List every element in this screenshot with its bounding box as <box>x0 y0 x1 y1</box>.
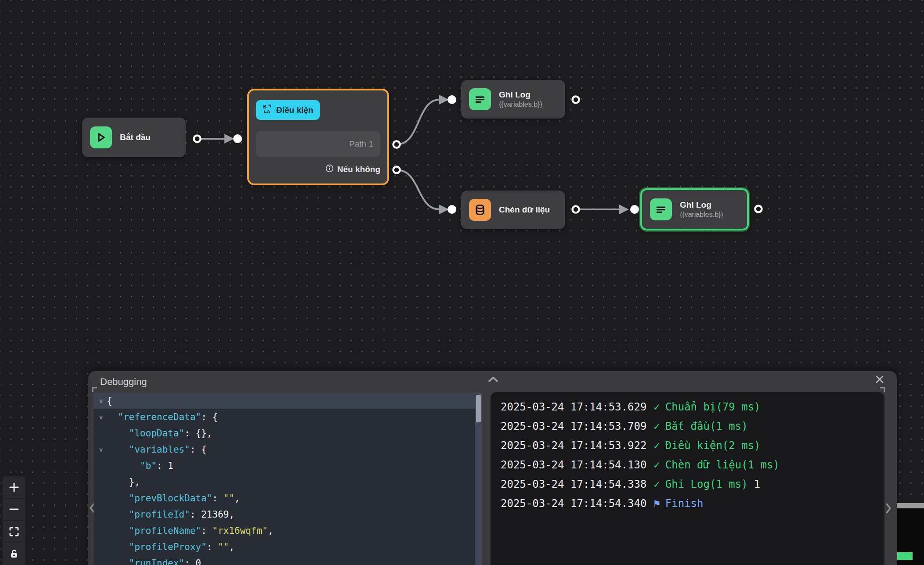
node-start[interactable]: Bắt đầu <box>82 118 186 157</box>
output-port[interactable] <box>393 167 400 173</box>
condition-badge[interactable]: B A Điều kiện <box>256 100 320 120</box>
log-timestamp: 2025-03-24 17:14:53.629 <box>501 401 646 413</box>
node-log-end[interactable]: Ghi Log {{variables.b}} <box>640 188 749 230</box>
collapse-toggle-icon[interactable]: v <box>95 414 107 421</box>
log-message: Điều kiện(2 ms) <box>665 439 761 452</box>
node-log-top[interactable]: Ghi Log {{variables.b}} <box>461 80 565 119</box>
json-scroll-thumb[interactable] <box>476 395 481 422</box>
condition-path-row[interactable]: Path 1 <box>256 131 380 157</box>
edge-arrow-icon <box>439 95 449 104</box>
side-panel-progress <box>897 552 913 560</box>
json-line: v "referenceData": { <box>94 409 482 425</box>
log-timestamp: 2025-03-24 17:14:53.922 <box>501 439 646 452</box>
log-console[interactable]: 2025-03-24 17:14:53.629✓Chuẩn bị(79 ms)2… <box>491 392 884 565</box>
check-icon: ✓ <box>653 401 660 413</box>
node-log-top-title: Ghi Log <box>499 90 542 100</box>
json-line-text: "profileName": "rx16wqfm", <box>107 525 273 536</box>
json-line: "profileProxy": "", <box>94 539 482 555</box>
json-line-text: "b": 1 <box>107 461 173 471</box>
unlock-icon[interactable] <box>3 543 25 565</box>
edge-arrow-icon <box>439 205 449 214</box>
svg-text:B: B <box>263 104 267 109</box>
log-timestamp: 2025-03-24 17:14:54.130 <box>501 459 646 471</box>
log-message: Chèn dữ liệu(1 ms) <box>665 459 780 471</box>
log-message: Chuẩn bị(79 ms) <box>665 401 761 413</box>
json-line: }, <box>94 474 482 490</box>
log-entry: 2025-03-24 17:14:54.338✓Ghi Log(1 ms)1 <box>501 475 884 494</box>
log-entry: 2025-03-24 17:14:54.130✓Chèn dữ liệu(1 m… <box>501 455 884 475</box>
side-scrollbar-thumb[interactable] <box>897 503 924 508</box>
canvas-toolbar <box>3 476 25 565</box>
debug-panel: Debugging v{v "referenceData": { "loopDa… <box>88 371 897 565</box>
check-icon: ✓ <box>653 459 660 471</box>
log-entry: 2025-03-24 17:14:54.340⚑Finish <box>501 494 884 513</box>
input-port[interactable] <box>448 95 456 104</box>
zoom-in-button[interactable] <box>3 476 25 499</box>
json-line: "prevBlockData": "", <box>94 490 482 506</box>
edge <box>397 170 440 209</box>
json-line: v "variables": { <box>94 441 482 457</box>
json-line-text: { <box>107 396 112 406</box>
node-condition[interactable]: B A Điều kiện Path 1 Nếu không <box>247 89 389 185</box>
json-line-text: "variables": { <box>107 444 207 455</box>
database-icon <box>469 199 491 221</box>
check-icon: ✓ <box>653 420 660 432</box>
svg-text:A: A <box>267 109 271 114</box>
json-line: "runIndex": 0 <box>94 555 482 565</box>
json-line: "profileName": "rx16wqfm", <box>94 522 482 539</box>
log-entry: 2025-03-24 17:14:53.709✓Bắt đầu(1 ms) <box>501 417 884 436</box>
condition-path-label: Path 1 <box>349 139 373 149</box>
json-scrollbar[interactable] <box>475 392 482 565</box>
output-port[interactable] <box>755 206 762 212</box>
close-icon[interactable] <box>874 374 885 386</box>
json-line-text: "loopData": {}, <box>107 428 212 439</box>
json-line-text: "prevBlockData": "", <box>107 493 240 504</box>
edge <box>397 100 440 144</box>
json-line-text: }, <box>107 477 140 487</box>
log-message: Finish <box>665 497 704 510</box>
chevron-right-icon[interactable] <box>885 502 892 516</box>
check-icon: ✓ <box>653 478 660 490</box>
json-line: v{ <box>94 392 482 409</box>
json-line-text: "runIndex": 0 <box>107 558 201 565</box>
condition-else-row[interactable]: Nếu không <box>256 164 380 175</box>
output-port[interactable] <box>573 206 579 213</box>
log-entry: 2025-03-24 17:14:53.629✓Chuẩn bị(79 ms) <box>501 397 884 417</box>
node-insert-data-label: Chèn dữ liệu <box>499 205 550 215</box>
json-line: "b": 1 <box>94 457 482 474</box>
info-icon <box>325 164 334 175</box>
node-log-end-subtitle: {{variables.b}} <box>680 210 723 219</box>
json-viewer[interactable]: v{v "referenceData": { "loopData": {},v … <box>94 392 482 565</box>
json-line-text: "profileProxy": "", <box>107 542 235 552</box>
json-line-text: "profileId": 21369, <box>107 509 235 520</box>
input-port[interactable] <box>630 205 639 214</box>
json-line: "profileId": 21369, <box>94 506 482 522</box>
log-result-value: 1 <box>754 478 760 490</box>
collapse-panel-button[interactable] <box>487 375 499 385</box>
log-entry: 2025-03-24 17:14:53.922✓Điều kiện(2 ms) <box>501 436 884 455</box>
json-line-text: "referenceData": { <box>107 412 218 422</box>
fit-view-button[interactable] <box>3 521 25 543</box>
json-line: "loopData": {}, <box>94 425 482 441</box>
input-port[interactable] <box>448 205 456 214</box>
json-code: v{v "referenceData": { "loopData": {},v … <box>94 392 482 565</box>
node-insert-data[interactable]: Chèn dữ liệu <box>461 191 565 229</box>
output-port[interactable] <box>194 136 201 142</box>
log-timestamp: 2025-03-24 17:14:53.709 <box>501 420 646 432</box>
log-message: Ghi Log(1 ms) <box>665 478 748 490</box>
output-port[interactable] <box>393 141 400 148</box>
flag-icon: ⚑ <box>653 497 660 510</box>
collapse-toggle-icon[interactable]: v <box>95 397 107 404</box>
play-icon <box>90 126 112 148</box>
output-port[interactable] <box>573 97 579 103</box>
zoom-out-button[interactable] <box>3 499 25 521</box>
collapse-toggle-icon[interactable]: v <box>95 446 107 453</box>
log-timestamp: 2025-03-24 17:14:54.338 <box>501 478 646 490</box>
input-port[interactable] <box>233 134 242 143</box>
condition-icon: B A <box>263 104 272 116</box>
log-lines-icon <box>469 88 491 110</box>
condition-else-label: Nếu không <box>337 165 380 174</box>
debug-panel-title: Debugging <box>100 376 147 388</box>
log-timestamp: 2025-03-24 17:14:54.340 <box>501 497 646 510</box>
edge-arrow-icon <box>224 134 234 144</box>
